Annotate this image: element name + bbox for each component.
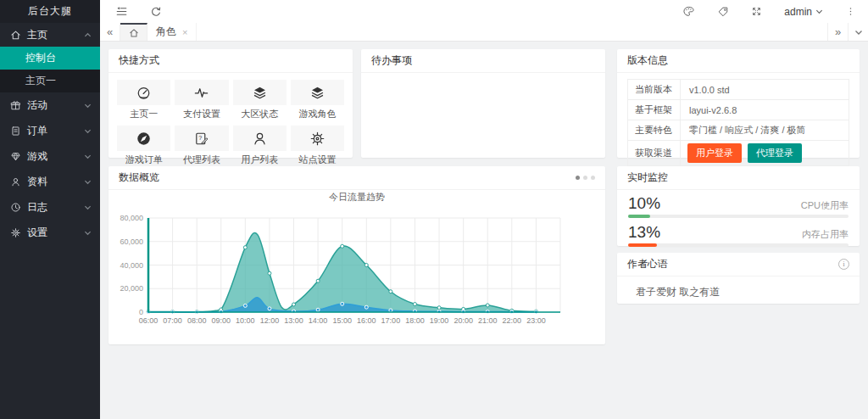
cpu-percent: 10% (628, 194, 660, 213)
quick-item-region-status[interactable]: 大区状态 (233, 80, 287, 120)
sidebar-menu: 活动 订单 游戏 资料 日志 (0, 92, 100, 245)
chevron-down-icon (84, 204, 92, 211)
chevron-down-icon (84, 153, 92, 160)
username: admin (784, 6, 812, 18)
tab-role[interactable]: 角色 × (147, 23, 197, 41)
quick-item-home-one[interactable]: 主页一 (117, 80, 170, 120)
chevron-down-icon (84, 229, 92, 237)
sidebar-item-label: 活动 (27, 98, 47, 113)
layers-icon (291, 80, 344, 105)
quick-item-game-orders[interactable]: 游戏订单 (117, 126, 170, 166)
svg-text:22:00: 22:00 (503, 316, 522, 325)
svg-text:06:00: 06:00 (139, 316, 159, 325)
sidebar-item-profile[interactable]: 资料 (0, 169, 100, 194)
agent-login-button[interactable]: 代理登录 (748, 143, 802, 163)
sidebar-item-activity[interactable]: 活动 (0, 92, 100, 118)
table-row: 主要特色 零门槛 / 响应式 / 清爽 / 极简 (628, 120, 849, 140)
svg-text:14:00: 14:00 (309, 316, 328, 325)
svg-text:0: 0 (139, 308, 143, 316)
chevron-down-icon (815, 8, 823, 15)
svg-text:07:00: 07:00 (163, 316, 182, 325)
sidebar-item-logs[interactable]: 日志 (0, 194, 100, 220)
traffic-trend-chart: 020,00040,00060,00080,00006:0007:0008:00… (108, 190, 605, 344)
svg-text:18:00: 18:00 (405, 316, 425, 325)
card-title: 实时监控 (617, 166, 860, 190)
carousel-dots (576, 176, 595, 180)
tab-bar: « 角色 × » (100, 23, 868, 42)
compass-icon (117, 126, 170, 151)
chevron-down-icon (84, 127, 92, 135)
sidebar-item-label: 资料 (27, 175, 47, 189)
svg-text:20,000: 20,000 (120, 284, 143, 293)
person-icon (233, 126, 287, 151)
quick-item-site-settings[interactable]: 站点设置 (291, 126, 344, 166)
sidebar-item-label: 主页 (27, 28, 47, 42)
svg-text:08:00: 08:00 (187, 316, 207, 325)
card-realtime-monitor: 实时监控 10% CPU使用率 13% 内存占用率 (617, 166, 860, 246)
user-login-button[interactable]: 用户登录 (687, 143, 742, 163)
card-data-overview: 数据概览 020,00040,00060,00080,00006:0007:00… (108, 166, 605, 344)
more-vertical-icon[interactable] (845, 6, 856, 17)
tabs-scroll-left[interactable]: « (100, 23, 120, 41)
monitor-row-memory: 13% 内存占用率 (628, 223, 849, 242)
svg-text:10:00: 10:00 (236, 316, 255, 325)
version-table: 当前版本 v1.0.0 std 基于框架 layui-v2.6.8 主要特色 零… (627, 79, 849, 166)
sidebar-item-label: 游戏 (27, 149, 47, 164)
sidebar-item-label: 订单 (27, 124, 47, 138)
quote-text: 君子爱财 取之有道 (617, 277, 860, 299)
info-icon[interactable]: i (838, 259, 849, 270)
progress-track (628, 215, 849, 218)
tag-icon[interactable] (717, 6, 729, 18)
gem-icon (10, 151, 21, 162)
card-title: 作者心语 (627, 253, 668, 276)
svg-text:09:00: 09:00 (211, 316, 231, 325)
monitor-row-cpu: 10% CPU使用率 (628, 194, 849, 213)
sidebar-item-home-one[interactable]: 主页一 (0, 70, 100, 92)
close-icon[interactable]: × (182, 27, 187, 37)
card-version-info: 版本信息 当前版本 v1.0.0 std 基于框架 layui-v2.6.8 主… (617, 49, 860, 158)
chevron-down-icon (84, 178, 92, 186)
cpu-progress-fill (628, 215, 650, 218)
quick-item-game-roles[interactable]: 游戏角色 (291, 80, 344, 120)
tab-home[interactable] (120, 23, 147, 41)
memory-label: 内存占用率 (802, 228, 849, 241)
sidebar-item-orders[interactable]: 订单 (0, 118, 100, 143)
quick-grid: 主页一 支付设置 大区状态 游戏角色 游戏订单 (108, 73, 353, 166)
carousel-dot[interactable] (591, 176, 595, 180)
refresh-icon[interactable] (150, 6, 162, 18)
collapse-menu-icon[interactable] (115, 5, 128, 18)
quick-item-user-list[interactable]: 用户列表 (233, 126, 287, 166)
sidebar-submenu-home: 控制台 主页一 (0, 47, 100, 92)
sidebar-item-games[interactable]: 游戏 (0, 143, 100, 169)
layers-icon (233, 80, 287, 105)
svg-text:19:00: 19:00 (430, 316, 449, 325)
carousel-dot[interactable] (576, 176, 580, 180)
clock-icon (10, 202, 21, 213)
tabs-scroll-right[interactable]: » (827, 23, 848, 41)
svg-text:20:00: 20:00 (453, 316, 473, 325)
gear-icon (291, 126, 344, 151)
sidebar-item-console[interactable]: 控制台 (0, 47, 100, 70)
order-icon (10, 126, 21, 137)
chevron-down-icon (854, 28, 863, 36)
fullscreen-icon[interactable] (751, 6, 762, 17)
user-icon (10, 176, 21, 187)
sidebar: 后台大腿 主页 控制台 主页一 活动 订单 (0, 0, 100, 419)
card-quick-shortcuts: 快捷方式 主页一 支付设置 大区状态 游戏角色 (108, 49, 353, 158)
chevron-down-icon (84, 102, 92, 109)
memory-progress-fill (628, 243, 657, 247)
quick-item-agent-list[interactable]: ? 代理列表 (175, 126, 228, 166)
svg-text:?: ? (199, 134, 203, 141)
svg-text:13:00: 13:00 (284, 316, 303, 325)
sidebar-item-home[interactable]: 主页 (0, 23, 100, 47)
card-title: 数据概览 (119, 166, 159, 189)
quick-item-payment-settings[interactable]: 支付设置 (175, 80, 228, 120)
tab-label: 角色 (156, 25, 176, 39)
carousel-dot[interactable] (583, 176, 587, 180)
sidebar-item-settings[interactable]: 设置 (0, 220, 100, 245)
tabs-menu-caret[interactable] (848, 23, 868, 41)
cpu-label: CPU使用率 (801, 199, 849, 212)
user-menu[interactable]: admin (784, 6, 823, 18)
table-row: 当前版本 v1.0.0 std (628, 80, 849, 99)
theme-palette-icon[interactable] (682, 5, 695, 18)
